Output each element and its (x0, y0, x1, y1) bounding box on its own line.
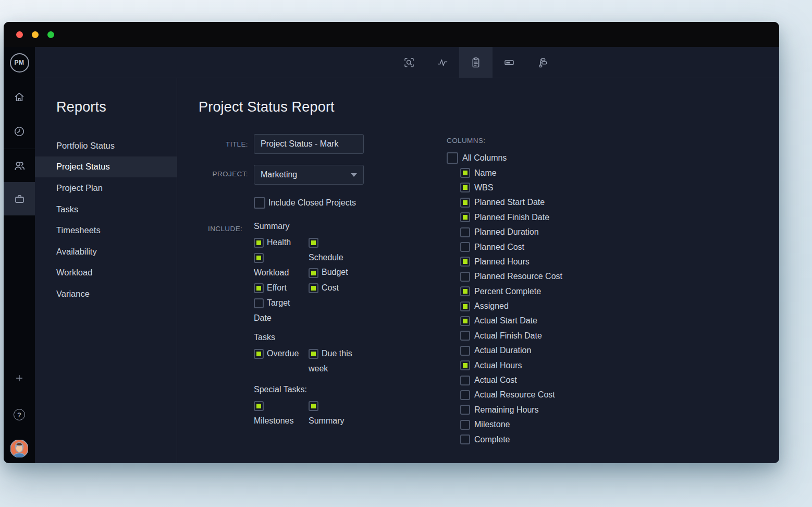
summary-options-col1: HealthWorkloadEffortTargetDate (254, 235, 309, 325)
column-option-planned-finish-date[interactable]: Planned Finish Date (460, 210, 562, 225)
checkbox-icon (460, 434, 470, 444)
report-clipboard-icon[interactable] (459, 47, 493, 78)
title-label: TITLE: (177, 140, 248, 148)
column-option-planned-hours[interactable]: Planned Hours (460, 255, 562, 269)
checkbox-checked-icon (460, 257, 470, 267)
summary-option-schedule[interactable]: Schedule (309, 235, 361, 265)
option-label: Schedule (309, 250, 361, 265)
minimize-button[interactable] (32, 31, 39, 38)
checkbox-checked-icon (460, 198, 470, 208)
column-option-planned-cost[interactable]: Planned Cost (460, 239, 562, 254)
icon-rail: PM ? (4, 47, 35, 463)
checkbox-checked-icon (254, 253, 264, 263)
columns-list: NameWBSPlanned Start DatePlanned Finish … (447, 165, 562, 446)
summary-option-cost[interactable]: Cost (309, 281, 361, 296)
column-option-planned-resource-cost[interactable]: Planned Resource Cost (460, 269, 562, 284)
column-option-label: Planned Start Date (474, 198, 545, 207)
top-toolbar (35, 47, 779, 78)
summary-option-workload[interactable]: Workload (254, 250, 309, 280)
special-tasks-option-milestones[interactable]: Milestones (254, 399, 309, 428)
tasks-options-col1: Overdue (254, 346, 309, 361)
special-options-col1: Milestones (254, 399, 309, 428)
checkbox-icon (460, 376, 470, 385)
summary-option-budget[interactable]: Budget (309, 265, 361, 280)
project-dropdown[interactable]: Marketing (254, 165, 364, 185)
option-label: Budget (322, 268, 348, 277)
column-option-label: Actual Finish Date (474, 331, 542, 341)
column-option-actual-resource-cost[interactable]: Actual Resource Cost (460, 388, 562, 402)
close-button[interactable] (16, 31, 23, 38)
sidebar-item-workload[interactable]: Workload (35, 262, 177, 284)
summary-option-effort[interactable]: Effort (254, 281, 309, 296)
checkbox-checked-icon (309, 283, 318, 293)
column-option-percent-complete[interactable]: Percent Complete (460, 284, 562, 299)
column-option-actual-hours[interactable]: Actual Hours (460, 358, 562, 372)
scan-search-icon[interactable] (392, 47, 426, 78)
columns-section: COLUMNS: All Columns NameWBSPlanned Star… (447, 137, 562, 447)
option-label: Date (254, 311, 309, 326)
checkbox-icon (460, 390, 470, 400)
column-option-remaining-hours[interactable]: Remaining Hours (460, 403, 562, 417)
sidebar-item-availability[interactable]: Availability (35, 241, 177, 262)
tasks-option-due-this-week[interactable]: Due thisweek (309, 346, 361, 377)
page-title: Project Status Report (199, 99, 335, 115)
portfolio-briefcase-icon[interactable] (4, 182, 35, 215)
column-option-milestone[interactable]: Milestone (460, 417, 562, 432)
team-icon[interactable] (4, 151, 35, 180)
sidebar-item-tasks[interactable]: Tasks (35, 199, 177, 220)
column-option-planned-duration[interactable]: Planned Duration (460, 225, 562, 239)
avatar[interactable] (4, 434, 35, 463)
column-option-complete[interactable]: Complete (460, 432, 562, 446)
column-option-name[interactable]: Name (460, 165, 562, 180)
special-tasks-option-summary[interactable]: Summary (309, 399, 361, 428)
question-mark-icon: ? (14, 409, 25, 420)
column-option-actual-start-date[interactable]: Actual Start Date (460, 313, 562, 328)
summary-option-health[interactable]: Health (254, 235, 309, 250)
clock-icon[interactable] (4, 117, 35, 146)
column-option-actual-duration[interactable]: Actual Duration (460, 343, 562, 358)
home-icon[interactable] (4, 82, 35, 112)
column-option-actual-cost[interactable]: Actual Cost (460, 373, 562, 388)
checkbox-icon (460, 242, 470, 252)
activity-icon[interactable] (426, 47, 459, 78)
help-icon[interactable]: ? (4, 400, 35, 429)
checkbox-checked-icon (460, 316, 470, 326)
checkbox-checked-icon (254, 283, 264, 293)
sidebar-item-timesheets[interactable]: Timesheets (35, 220, 177, 241)
column-option-actual-finish-date[interactable]: Actual Finish Date (460, 329, 562, 343)
sidebar-title: Reports (56, 99, 106, 115)
sidebar-item-project-status[interactable]: Project Status (35, 156, 177, 178)
column-option-wbs[interactable]: WBS (460, 180, 562, 195)
checkbox-checked-icon (254, 401, 264, 411)
option-label: Milestones (254, 414, 309, 429)
option-label: Due this (322, 349, 352, 358)
checkbox-checked-icon (460, 360, 470, 370)
zoom-button[interactable] (47, 31, 54, 38)
column-option-planned-start-date[interactable]: Planned Start Date (460, 195, 562, 210)
workflow-icon[interactable] (526, 47, 559, 78)
checkbox-icon (460, 346, 470, 356)
sidebar-item-project-plan[interactable]: Project Plan (35, 177, 177, 199)
column-option-assigned[interactable]: Assigned (460, 299, 562, 313)
add-icon[interactable] (4, 364, 35, 393)
summary-option-target-date[interactable]: TargetDate (254, 296, 309, 326)
app-logo[interactable]: PM (4, 47, 35, 78)
sidebar-item-variance[interactable]: Variance (35, 283, 177, 305)
checkbox-icon (460, 420, 470, 430)
include-closed-projects-checkbox[interactable]: Include Closed Projects (254, 197, 356, 209)
column-option-label: Planned Resource Cost (474, 272, 562, 281)
checkbox-icon (254, 298, 264, 308)
title-input[interactable] (254, 134, 364, 154)
column-option-label: Actual Cost (474, 376, 517, 385)
toolbar-tabs (392, 47, 559, 78)
column-option-label: Complete (474, 435, 510, 444)
sidebar-item-portfolio-status[interactable]: Portfolio Status (35, 135, 177, 156)
all-columns-checkbox[interactable]: All Columns (447, 151, 562, 165)
option-label: Cost (322, 283, 339, 292)
app-window: PM ? (4, 22, 779, 463)
rail-divider (4, 149, 35, 149)
card-icon[interactable] (493, 47, 526, 78)
tasks-option-overdue[interactable]: Overdue (254, 346, 309, 361)
option-label: Overdue (267, 349, 299, 358)
checkbox-icon (460, 272, 470, 282)
